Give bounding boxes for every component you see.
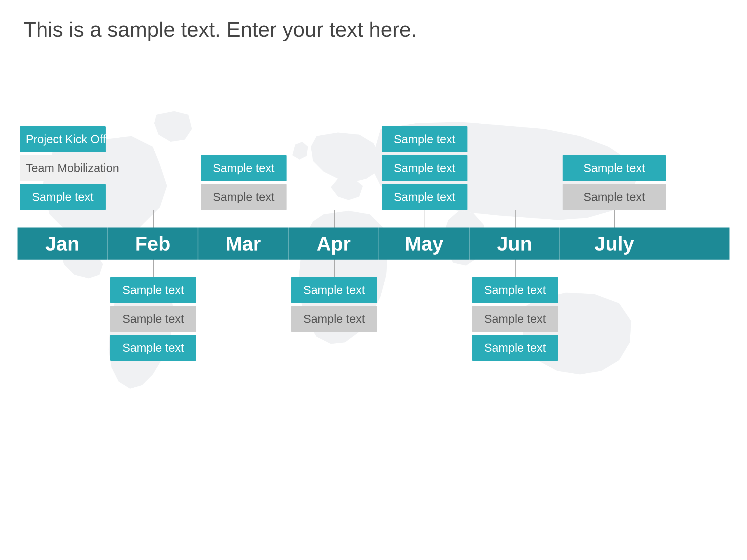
apr-below-item-2: Sample text — [291, 306, 377, 332]
jun-above-items — [470, 87, 560, 210]
may-item-2: Sample text — [382, 155, 467, 181]
timeline-container: Project Kick Off Team Mobilization Sampl… — [18, 87, 729, 429]
mar-item-2: Sample text — [201, 184, 287, 210]
jan-item-2: Team Mobilization — [20, 155, 106, 181]
month-apr: Apr — [289, 228, 379, 260]
feb-below-items: Sample text Sample text Sample text — [108, 277, 199, 361]
jun-below-items: Sample text Sample text Sample text — [470, 277, 560, 361]
above-timeline: Project Kick Off Team Mobilization Sampl… — [18, 87, 729, 210]
page-title: This is a sample text. Enter your text h… — [23, 18, 417, 42]
month-mar: Mar — [199, 228, 289, 260]
feb-below-item-2: Sample text — [110, 306, 196, 332]
jul-item-1: Sample text — [563, 155, 666, 181]
feb-above-items — [108, 87, 199, 210]
jun-below-item-2: Sample text — [472, 306, 558, 332]
jul-above-items: Sample text Sample text — [560, 87, 668, 210]
jun-below-item-3: Sample text — [472, 335, 558, 361]
mar-item-1: Sample text — [201, 155, 287, 181]
below-timeline: Sample text Sample text Sample text Samp… — [18, 277, 729, 429]
month-feb: Feb — [108, 228, 199, 260]
connector-above — [18, 210, 729, 228]
jan-item-1: Project Kick Off — [20, 126, 106, 152]
may-above-items: Sample text Sample text Sample text — [379, 87, 470, 210]
month-jun: Jun — [470, 228, 560, 260]
may-item-1: Sample text — [382, 126, 467, 152]
connector-below — [18, 260, 729, 277]
feb-below-item-1: Sample text — [110, 277, 196, 303]
apr-below-item-1: Sample text — [291, 277, 377, 303]
jun-below-item-1: Sample text — [472, 277, 558, 303]
month-jan: Jan — [18, 228, 108, 260]
jan-above-items: Project Kick Off Team Mobilization Sampl… — [18, 87, 108, 210]
month-may: May — [379, 228, 470, 260]
month-jul: July — [560, 228, 668, 260]
apr-above-items — [289, 87, 379, 210]
jan-item-3: Sample text — [20, 184, 106, 210]
timeline-bar: Jan Feb Mar Apr May Jun July — [18, 228, 729, 260]
may-item-3: Sample text — [382, 184, 467, 210]
mar-above-items: Sample text Sample text — [199, 87, 289, 210]
feb-below-item-3: Sample text — [110, 335, 196, 361]
jul-item-2: Sample text — [563, 184, 666, 210]
apr-below-items: Sample text Sample text — [289, 277, 379, 332]
